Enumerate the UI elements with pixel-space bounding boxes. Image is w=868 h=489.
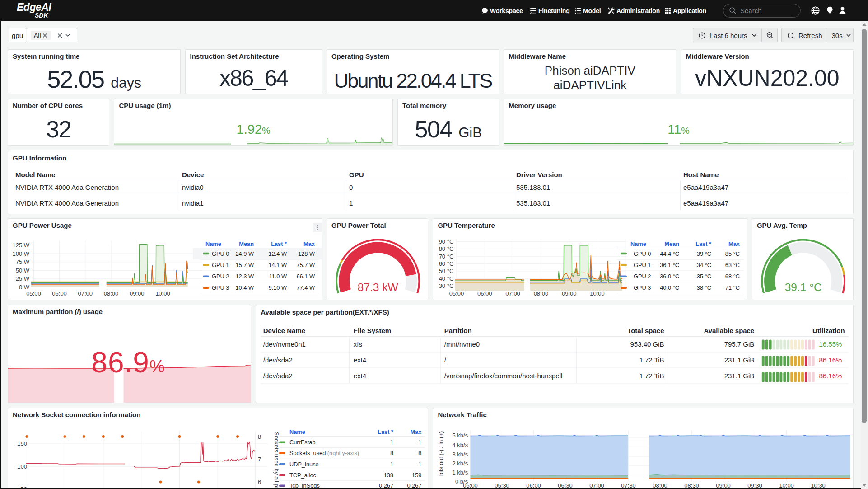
svg-text:08:00: 08:00 <box>104 290 119 297</box>
svg-text:06:00: 06:00 <box>52 290 67 297</box>
svg-text:nvidia1: nvidia1 <box>182 199 204 207</box>
svg-text:77.4 W: 77.4 W <box>296 284 315 291</box>
svg-text:GPU: GPU <box>349 171 364 179</box>
svg-text:8: 8 <box>390 450 393 456</box>
svg-text:86.16%: 86.16% <box>819 372 842 380</box>
svg-text:07:00: 07:00 <box>78 290 93 297</box>
svg-text:ext4: ext4 <box>354 356 366 363</box>
svg-text:Last *: Last * <box>378 428 393 435</box>
svg-text:1: 1 <box>418 439 421 446</box>
svg-text:05:00: 05:00 <box>449 290 464 297</box>
svg-text:0: 0 <box>349 183 353 191</box>
svg-text:GPU 2: GPU 2 <box>634 273 651 280</box>
svg-text:16.55%: 16.55% <box>819 340 842 348</box>
svg-text:Last *: Last * <box>696 240 712 247</box>
svg-text:1: 1 <box>418 461 421 467</box>
svg-text:4 kb/s: 4 kb/s <box>453 442 468 448</box>
svg-text:Max: Max <box>303 240 315 247</box>
svg-text:e5aa419a3a47: e5aa419a3a47 <box>683 199 728 207</box>
svg-text:87.3 kW: 87.3 kW <box>358 281 399 293</box>
svg-text:09:00: 09:00 <box>130 290 145 297</box>
svg-text:15.7 W: 15.7 W <box>235 262 254 268</box>
svg-text:10:00: 10:00 <box>590 290 605 297</box>
svg-text:GPU 0: GPU 0 <box>634 250 651 257</box>
svg-text:/dev/sda2: /dev/sda2 <box>263 356 293 363</box>
svg-text:e5aa419a3a47: e5aa419a3a47 <box>683 183 728 191</box>
svg-text:35 °C: 35 °C <box>697 273 711 280</box>
svg-text:Utilization: Utilization <box>812 327 845 334</box>
svg-text:Mean: Mean <box>665 240 680 247</box>
svg-text:24.9 W: 24.9 W <box>235 250 254 257</box>
svg-text:40 °C: 40 °C <box>439 275 454 282</box>
svg-text:90 °C: 90 °C <box>439 238 454 245</box>
svg-text:/: / <box>444 356 447 363</box>
svg-text:1: 1 <box>349 199 353 207</box>
svg-text:2 kb/s: 2 kb/s <box>453 460 468 467</box>
svg-text:535.183.01: 535.183.01 <box>516 199 550 207</box>
svg-text:128 W: 128 W <box>298 250 315 257</box>
svg-text:36.1 °C: 36.1 °C <box>660 262 680 268</box>
svg-text:85 °C: 85 °C <box>725 250 740 257</box>
svg-text:/mnt/nvme0: /mnt/nvme0 <box>444 340 480 348</box>
svg-text:Name: Name <box>205 240 221 247</box>
svg-text:39.1 °C: 39.1 °C <box>785 281 822 293</box>
svg-text:0 W: 0 W <box>19 284 30 291</box>
svg-text:9.10 W: 9.10 W <box>268 284 287 291</box>
svg-text:08:00: 08:00 <box>534 290 549 297</box>
svg-text:06:00: 06:00 <box>477 290 492 297</box>
svg-text:5 kb/s: 5 kb/s <box>453 432 468 439</box>
svg-text:12.3 W: 12.3 W <box>235 273 254 280</box>
svg-text:38 °C: 38 °C <box>697 284 711 291</box>
svg-text:12.4 W: 12.4 W <box>268 250 287 257</box>
svg-text:50 W: 50 W <box>16 267 30 274</box>
svg-text:09:00: 09:00 <box>562 290 577 297</box>
svg-text:39 °C: 39 °C <box>697 250 711 257</box>
svg-text:953.40 GiB: 953.40 GiB <box>630 340 664 348</box>
svg-text:Name: Name <box>289 428 305 435</box>
svg-text:/dev/nvme0n1: /dev/nvme0n1 <box>263 340 306 348</box>
svg-text:150: 150 <box>17 440 27 447</box>
svg-text:07:00: 07:00 <box>506 290 521 297</box>
svg-text:1.72 TiB: 1.72 TiB <box>639 356 664 363</box>
svg-text:Last *: Last * <box>271 240 287 247</box>
svg-text:75.7 W: 75.7 W <box>296 262 315 268</box>
svg-text:Name: Name <box>630 240 646 247</box>
svg-text:231.1 GiB: 231.1 GiB <box>724 356 755 363</box>
svg-text:Available space: Available space <box>704 327 755 334</box>
svg-text:/var/snap/firefox/common/host-: /var/snap/firefox/common/host-hunspell <box>444 372 563 380</box>
svg-text:GPU 1: GPU 1 <box>212 262 229 268</box>
svg-text:86.16%: 86.16% <box>819 356 842 363</box>
svg-text:86.9%: 86.9% <box>91 346 165 379</box>
svg-text:50 °C: 50 °C <box>439 268 454 274</box>
svg-text:3 kb/s: 3 kb/s <box>453 451 468 457</box>
svg-text:TCP_alloc: TCP_alloc <box>289 471 317 478</box>
svg-text:30 °C: 30 °C <box>439 282 454 289</box>
svg-text:70 °C: 70 °C <box>439 253 454 260</box>
svg-text:nvidia0: nvidia0 <box>182 183 204 191</box>
svg-text:Model Name: Model Name <box>15 171 55 179</box>
svg-text:Partition: Partition <box>444 327 472 334</box>
svg-text:8: 8 <box>418 450 421 456</box>
svg-text:138: 138 <box>384 471 393 478</box>
svg-text:Max: Max <box>411 428 422 435</box>
svg-text:GPU 3: GPU 3 <box>634 284 651 291</box>
svg-text:75 W: 75 W <box>16 259 30 265</box>
svg-text:File System: File System <box>354 327 391 334</box>
svg-text:40.0 °C: 40.0 °C <box>660 284 680 291</box>
svg-text:xfs: xfs <box>354 340 362 348</box>
svg-text:Device: Device <box>182 171 204 179</box>
svg-text:34 °C: 34 °C <box>697 262 711 268</box>
svg-text:1 kb/s: 1 kb/s <box>453 469 468 476</box>
svg-text:159: 159 <box>412 471 421 478</box>
svg-text:ext4: ext4 <box>354 372 366 380</box>
svg-text:7: 7 <box>258 456 261 463</box>
svg-text:CurrEstab: CurrEstab <box>289 439 316 446</box>
svg-text:GPU 1: GPU 1 <box>634 262 651 268</box>
svg-text:535.183.01: 535.183.01 <box>516 183 550 191</box>
svg-text:GPU 0: GPU 0 <box>212 250 229 257</box>
svg-text:80 °C: 80 °C <box>439 245 454 252</box>
svg-text:/dev/sda2: /dev/sda2 <box>263 372 293 380</box>
svg-text:125 W: 125 W <box>12 242 29 249</box>
svg-text:Max: Max <box>728 240 740 247</box>
svg-text:1: 1 <box>390 439 393 446</box>
